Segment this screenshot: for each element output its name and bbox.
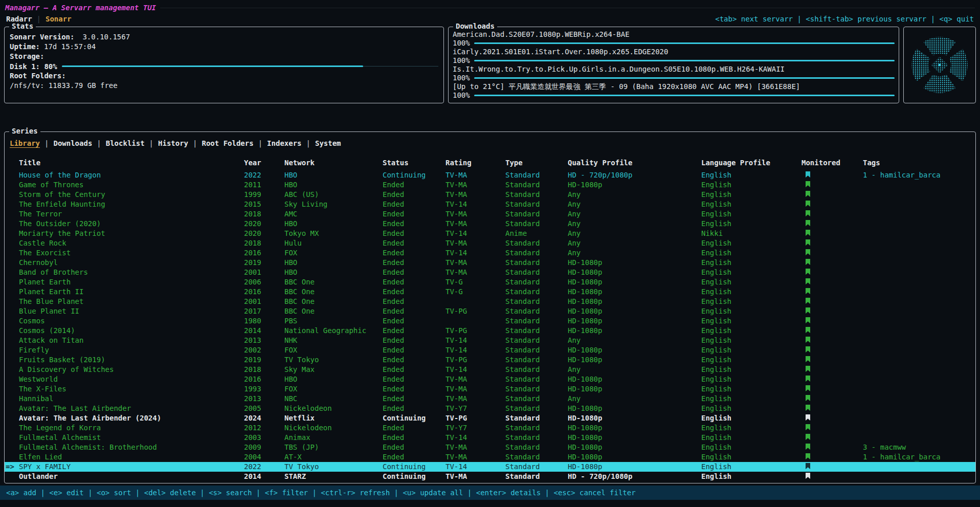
cell-title: Moriarty the Patriot [19, 229, 244, 238]
download-item: Is.It.Wrong.to.Try.to.Pick.Up.Girls.in.a… [453, 65, 895, 82]
stat-uptime: Uptime: 17d 15:57:04 [10, 42, 438, 52]
cell-title: Cosmos (2014) [19, 326, 244, 336]
cell-status: Ended [383, 297, 446, 306]
cell-rating: TV-MA [446, 180, 505, 190]
cell-type: Standard [505, 443, 568, 452]
cell-year: 2019 [244, 258, 284, 268]
cell-rating: TV-Y7 [446, 404, 505, 413]
series-table: TitleYearNetworkStatusRatingTypeQuality … [5, 158, 975, 481]
series-tab-history[interactable]: History [158, 139, 188, 148]
table-row[interactable]: Elfen Lied2004AT-XEndedTV-MAStandardHD-1… [5, 452, 975, 462]
header-cell-type: Type [505, 158, 568, 168]
bookmark-icon [806, 210, 810, 216]
table-row[interactable]: Avatar: The Last Airbender2005Nickelodeo… [5, 404, 975, 413]
logo-panel [903, 27, 976, 103]
bookmark-icon [806, 307, 810, 314]
table-row[interactable]: Planet Earth II2016BBC OneEndedTV-GStand… [5, 287, 975, 297]
cell-type: Standard [505, 472, 568, 481]
table-row[interactable]: Blue Planet II2017BBC OneEndedTV-PGStand… [5, 306, 975, 316]
downloads-panel-title: Downloads [453, 22, 497, 30]
cell-monitored [801, 170, 863, 180]
cell-title: Elfen Lied [19, 452, 244, 462]
header-cell-monitored: Monitored [801, 158, 863, 168]
table-row[interactable]: House of the Dragon2022HBOContinuingTV-M… [5, 170, 975, 180]
series-tab-indexers[interactable]: Indexers [267, 139, 301, 148]
cell-network: Nickelodeon [284, 404, 383, 413]
table-row[interactable]: The Enfield Haunting2015Sky LivingEndedT… [5, 200, 975, 209]
series-tab-library[interactable]: Library [10, 139, 40, 148]
table-row[interactable]: Band of Brothers2001HBOEndedTV-MAStandar… [5, 268, 975, 277]
table-row[interactable]: Westworld2016HBOEndedTV-MAStandardHD-108… [5, 374, 975, 384]
table-row[interactable]: Cosmos (2014)2014National GeographicEnde… [5, 326, 975, 336]
table-row[interactable]: Fruits Basket (2019)2019TV TokyoEndedTV-… [5, 355, 975, 365]
table-row[interactable]: Game of Thrones2011HBOEndedTV-MAStandard… [5, 180, 975, 190]
cell-quality: HD-1080p [568, 355, 701, 365]
root-folder-value: /nfs/tv: 11833.79 GB free [10, 81, 118, 91]
cell-monitored [801, 374, 863, 384]
table-row[interactable]: Planet Earth2006BBC OneEndedTV-GStandard… [5, 277, 975, 287]
cell-type: Standard [505, 297, 568, 306]
table-row[interactable]: Moriarty the Patriot2020Tokyo MXEndedTV-… [5, 229, 975, 238]
table-row[interactable]: A Discovery of Witches2018Sky MaxEndedTV… [5, 365, 975, 374]
table-row[interactable]: Cosmos1980PBSEndedStandardHD-1080pEnglis… [5, 316, 975, 326]
series-tab-downloads[interactable]: Downloads [53, 139, 92, 148]
bookmark-icon [806, 385, 810, 391]
cell-status: Ended [383, 258, 446, 268]
cell-year: 2022 [244, 170, 284, 180]
table-row[interactable]: The Outsider (2020)2020HBOEndedTV-MAStan… [5, 219, 975, 229]
progress-bar [474, 74, 895, 82]
table-row[interactable]: The Blue Planet2001BBC OneEndedStandardH… [5, 297, 975, 306]
cell-language: English [701, 287, 801, 297]
cell-language: English [701, 472, 801, 481]
table-row[interactable]: The Terror2018AMCEndedTV-MAStandardAnyEn… [5, 209, 975, 219]
bookmark-icon [806, 444, 810, 450]
cell-quality: HD-1080p [568, 345, 701, 355]
cell-language: English [701, 170, 801, 180]
table-row[interactable]: Storm of the Century1999ABC (US)EndedTV-… [5, 190, 975, 200]
series-tab-system[interactable]: System [315, 139, 341, 148]
table-row[interactable]: The Legend of Korra2012NickelodeonEndedT… [5, 423, 975, 433]
table-row[interactable]: Fullmetal Alchemist: Brotherhood2009TBS … [5, 443, 975, 452]
cell-type: Standard [505, 404, 568, 413]
downloads-panel: Downloads American.Dad.S20E07.1080p.WEBR… [448, 27, 899, 103]
cell-title: Game of Thrones [19, 180, 244, 190]
app-root: Managarr — A Servarr management TUI Rada… [0, 0, 980, 507]
table-row[interactable]: Chernobyl2019HBOEndedTV-MAStandardHD-108… [5, 258, 975, 268]
cell-type: Standard [505, 219, 568, 229]
cell-network: PBS [284, 316, 383, 326]
cell-language: English [701, 238, 801, 248]
bookmark-icon [806, 414, 810, 421]
tab-sonarr[interactable]: Sonarr [46, 15, 72, 23]
series-tab-blocklist[interactable]: Blocklist [106, 139, 145, 148]
series-panel: Series Library|Downloads|Blocklist|Histo… [4, 131, 976, 483]
series-tab-root-folders[interactable]: Root Folders [202, 139, 254, 148]
table-row[interactable]: The Exorcist2016FOXEndedTV-14StandardAny… [5, 248, 975, 258]
table-row[interactable]: Outlander2014STARZContinuingTV-MAStandar… [5, 472, 975, 481]
footer-help-text: <a> add | <e> edit | <o> sort | <del> de… [6, 489, 636, 497]
series-tabs: Library|Downloads|Blocklist|History|Root… [5, 139, 975, 148]
table-row[interactable]: Attack on Titan2013NHKEndedTV-14Standard… [5, 336, 975, 345]
series-tab-separator: | [193, 139, 197, 148]
cell-language: English [701, 452, 801, 462]
table-row[interactable]: Castle Rock2018HuluEndedTV-MAStandardAny… [5, 238, 975, 248]
cell-network: BBC One [284, 277, 383, 287]
cell-rating: TV-G [446, 287, 505, 297]
download-progress: 100% [453, 74, 895, 82]
cell-title: Fullmetal Alchemist: Brotherhood [19, 443, 244, 452]
root-folders-label: Root Folders: [10, 71, 66, 81]
cell-type: Standard [505, 374, 568, 384]
table-row[interactable]: Firefly2002FOXEndedTV-14StandardHD-1080p… [5, 345, 975, 355]
table-row[interactable]: =>SPY x FAMILY2022TV TokyoContinuingTV-1… [5, 462, 975, 472]
table-row[interactable]: The X-Files1993FOXEndedTV-MAStandardHD-1… [5, 384, 975, 394]
cell-rating: TV-MA [446, 384, 505, 394]
table-row[interactable]: Hannibal2013NBCEndedTV-MAStandardAnyEngl… [5, 394, 975, 404]
cell-network: STARZ [284, 472, 383, 481]
cell-year: 2013 [244, 394, 284, 404]
cell-year: 2020 [244, 219, 284, 229]
cell-quality: HD-1080p [568, 316, 701, 326]
cell-rating: TV-14 [446, 200, 505, 209]
table-row[interactable]: Fullmetal Alchemist2003AnimaxEndedTV-14S… [5, 433, 975, 443]
table-row[interactable]: Avatar: The Last Airbender (2024)2024Net… [5, 413, 975, 423]
cell-type: Standard [505, 433, 568, 443]
app-title: Managarr — A Servarr management TUI [5, 4, 156, 12]
